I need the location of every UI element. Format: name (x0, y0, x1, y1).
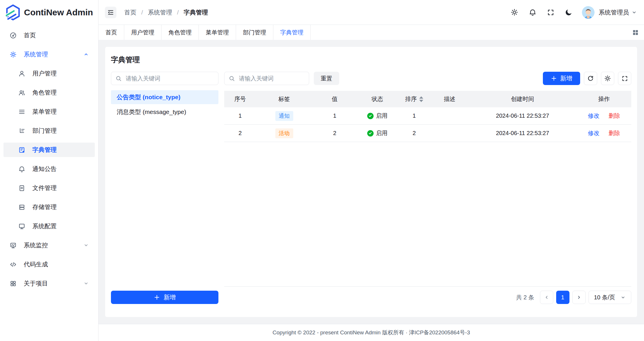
sidebar-item-label: 系统管理 (24, 50, 48, 58)
refresh-button[interactable] (584, 72, 597, 85)
cell-created: 2024-06-11 22:53:27 (468, 125, 577, 142)
cell-actions: 修改 删除 (577, 107, 631, 125)
tab-menus[interactable]: 菜单管理 (199, 25, 236, 40)
breadcrumb-separator: / (177, 9, 179, 16)
fullscreen-icon[interactable] (547, 9, 554, 16)
reset-button[interactable]: 重置 (314, 72, 339, 85)
sidebar-item-label: 通知公告 (32, 165, 57, 173)
table-header-row: 序号 标签 值 状态 排序 (224, 91, 631, 107)
panels: 公告类型 (notice_type) 消息类型 (message_type) 新… (111, 72, 631, 304)
tag-blue: 通知 (275, 111, 293, 121)
cell-tag: 通知 (256, 107, 312, 125)
cell-sort: 1 (398, 107, 431, 125)
status-badge: 启用 (367, 129, 388, 137)
page-number-active[interactable]: 1 (556, 291, 569, 304)
cell-desc (431, 107, 468, 125)
notification-icon[interactable] (529, 8, 537, 16)
dict-search-input[interactable] (125, 75, 214, 82)
chevron-down-icon[interactable] (631, 10, 637, 15)
sidebar-item-dict[interactable]: 字典管理 (3, 143, 95, 157)
breadcrumb-system[interactable]: 系统管理 (148, 8, 172, 16)
tab-users[interactable]: 用户管理 (124, 25, 162, 40)
cell-status: 启用 (357, 107, 398, 125)
chevron-down-icon (83, 242, 89, 248)
sidebar-item-codegen[interactable]: 代码生成 (3, 257, 95, 272)
sort-header[interactable]: 排序 (405, 95, 423, 103)
sidebar-item-label: 首页 (24, 31, 36, 39)
page-prev-button[interactable] (540, 291, 553, 304)
topbar-actions: 系统管理员 (500, 6, 637, 19)
bell-icon (18, 165, 25, 173)
sidebar-item-storage[interactable]: 存储管理 (3, 200, 95, 214)
sort-caret-down-icon[interactable] (419, 100, 423, 102)
sidebar-item-home[interactable]: 首页 (3, 28, 95, 43)
breadcrumb-home[interactable]: 首页 (124, 8, 136, 16)
dict-type-item-notice[interactable]: 公告类型 (notice_type) (111, 90, 218, 104)
cell-no: 2 (224, 125, 256, 142)
user-name[interactable]: 系统管理员 (599, 8, 629, 16)
cell-value: 2 (312, 125, 357, 142)
table-toolbar: 重置 新增 (224, 72, 631, 85)
table-settings-button[interactable] (601, 72, 614, 85)
tab-label: 部门管理 (243, 29, 266, 36)
col-header-value: 值 (312, 91, 357, 107)
sidebar-item-label: 存储管理 (32, 203, 57, 211)
item-search-input[interactable] (238, 75, 305, 82)
sidebar-item-menus[interactable]: 菜单管理 (3, 104, 95, 119)
table-fullscreen-button[interactable] (618, 72, 631, 85)
sidebar-item-system[interactable]: 系统管理 (3, 47, 95, 62)
content: 字典管理 公告类型 (notice_type) (99, 40, 644, 324)
apps-grid-button[interactable] (627, 25, 644, 40)
pagination: 共 2 条 1 10 条/页 (224, 291, 631, 304)
menu-fold-button[interactable] (105, 7, 116, 18)
delete-link[interactable]: 删除 (608, 113, 620, 119)
tab-label: 菜单管理 (206, 29, 229, 36)
tab-dict[interactable]: 字典管理 (273, 25, 311, 40)
tab-label: 首页 (105, 29, 117, 36)
sidebar-item-depts[interactable]: 部门管理 (3, 124, 95, 138)
sidebar-item-config[interactable]: 系统配置 (3, 219, 95, 233)
dict-icon (18, 146, 25, 154)
cell-tag: 活动 (256, 125, 312, 142)
tab-roles[interactable]: 角色管理 (162, 25, 199, 40)
sidebar-item-files[interactable]: 文件管理 (3, 181, 95, 195)
dict-type-item-message[interactable]: 消息类型 (message_type) (111, 105, 218, 119)
page-title: 字典管理 (111, 54, 631, 65)
add-button-label: 新增 (560, 74, 572, 82)
dict-item-table: 序号 标签 值 状态 排序 (224, 91, 631, 142)
grid-icon (10, 280, 17, 287)
avatar[interactable] (582, 6, 595, 19)
edit-link[interactable]: 修改 (588, 130, 600, 136)
tab-depts[interactable]: 部门管理 (236, 25, 273, 40)
settings-icon[interactable] (511, 8, 518, 16)
sidebar-item-notice[interactable]: 通知公告 (3, 162, 95, 176)
sidebar-item-label: 字典管理 (32, 146, 57, 154)
dict-type-add-button[interactable]: 新增 (111, 291, 218, 304)
sidebar-item-label: 文件管理 (32, 184, 57, 192)
sidebar-item-roles[interactable]: 角色管理 (3, 85, 95, 100)
sidebar-item-users[interactable]: 用户管理 (3, 66, 95, 81)
sort-carets (419, 96, 423, 102)
users-icon (18, 89, 25, 96)
moon-icon[interactable] (565, 8, 573, 16)
page-size-select[interactable]: 10 条/页 (589, 291, 631, 304)
sidebar: ContiNew Admin 首页 系统管理 (0, 0, 99, 341)
sidebar-item-monitor[interactable]: 系统监控 (3, 238, 95, 252)
tabbar-spacer (311, 25, 627, 40)
sidebar-item-about[interactable]: 关于项目 (3, 276, 95, 291)
plus-icon (154, 294, 160, 301)
item-add-button[interactable]: 新增 (543, 72, 580, 85)
edit-link[interactable]: 修改 (588, 113, 600, 119)
col-header-desc: 描述 (431, 91, 468, 107)
sort-caret-up-icon[interactable] (419, 96, 423, 99)
check-icon (367, 113, 374, 119)
add-button-label: 新增 (164, 293, 176, 301)
page-next-button[interactable] (572, 291, 586, 304)
logo[interactable]: ContiNew Admin (0, 0, 98, 25)
delete-link[interactable]: 删除 (608, 130, 620, 136)
tab-label: 用户管理 (131, 29, 154, 36)
tab-home[interactable]: 首页 (99, 25, 124, 40)
col-header-actions: 操作 (577, 91, 631, 107)
col-header-no: 序号 (224, 91, 256, 107)
gear-icon (604, 75, 611, 82)
